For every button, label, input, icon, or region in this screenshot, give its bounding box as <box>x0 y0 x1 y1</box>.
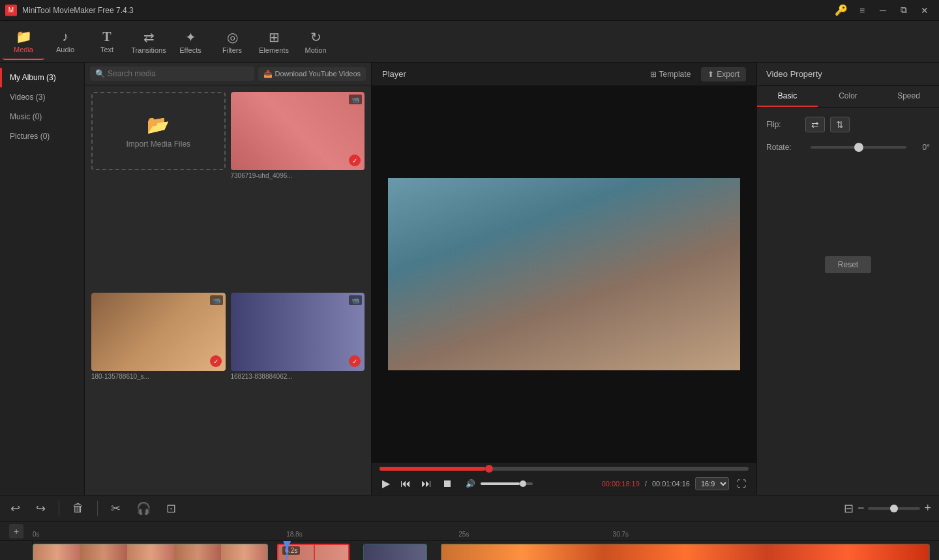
rotate-slider[interactable] <box>811 146 906 149</box>
bottom-toolbar: ↩ ↪ 🗑 ✂ 🎧 ⊡ ⊟ − + <box>0 495 939 521</box>
redo-button[interactable]: ↪ <box>33 499 48 518</box>
clip-thumb-f5 <box>221 544 268 560</box>
export-icon: ⬆ <box>708 70 714 79</box>
media-thumbnail-3 <box>231 293 365 371</box>
play-button[interactable]: ▶ <box>380 476 393 491</box>
toolbar-text[interactable]: T Text <box>86 23 128 60</box>
prev-button[interactable]: ⏮ <box>398 477 413 491</box>
thumb-c1 <box>441 544 523 560</box>
tab-color[interactable]: Color <box>818 86 878 107</box>
undo-button[interactable]: ↩ <box>8 499 23 518</box>
template-label: Template <box>659 70 691 79</box>
hamburger-button[interactable]: ≡ <box>853 4 871 17</box>
volume-fill <box>481 482 520 485</box>
next-button[interactable]: ⏭ <box>419 477 434 491</box>
property-body: Flip: ⇄ ⇅ Rotate: 0° Reset <box>757 108 939 495</box>
crop-button[interactable]: ⊡ <box>164 499 179 518</box>
cut-button[interactable]: ✂ <box>108 499 123 518</box>
total-time: 00:01:04:16 <box>652 480 690 488</box>
fullscreen-button[interactable]: ⛶ <box>734 477 749 490</box>
current-time: 00:00:18:19 <box>602 480 640 488</box>
playhead[interactable] <box>286 541 288 560</box>
toolbar-filters-label: Filters <box>222 46 242 54</box>
clip-thumb-f1 <box>33 544 80 560</box>
sidebar-item-pictures[interactable]: Pictures (0) <box>0 126 84 146</box>
progress-bar[interactable] <box>380 467 749 471</box>
toolbar-motion[interactable]: ↻ Motion <box>295 23 336 60</box>
media-panel: 🔍 📥 Download YouTube Videos 📂 Import Med… <box>85 63 372 495</box>
zoom-split-button[interactable]: ⊟ <box>844 501 854 516</box>
player-header: Player ⊞ Template ⬆ Export <box>372 63 756 86</box>
flip-vertical-button[interactable]: ⇅ <box>830 117 850 132</box>
clip-thumb-f4 <box>174 544 221 560</box>
thumb-c4 <box>685 544 767 560</box>
check-icon-1: ✓ <box>349 155 361 166</box>
timeline-header: + 0s 18.8s 25s 30.7s <box>0 522 939 541</box>
restore-button[interactable]: ⧉ <box>895 4 913 17</box>
media-item-2[interactable]: 📹 ✓ 180-135788610_s... <box>91 293 226 488</box>
video-clip-4[interactable] <box>441 544 931 560</box>
sidebar-item-music[interactable]: Music (0) <box>0 107 84 126</box>
media-thumbnail-1 <box>231 92 365 170</box>
tab-speed[interactable]: Speed <box>878 86 939 107</box>
reset-button[interactable]: Reset <box>825 256 871 273</box>
sidebar: My Album (3) Videos (3) Music (0) Pictur… <box>0 63 85 495</box>
download-icon: 📥 <box>263 70 273 78</box>
toolbar-filters[interactable]: ◎ Filters <box>211 23 253 60</box>
flip-horizontal-button[interactable]: ⇄ <box>805 117 825 132</box>
thumb-c2 <box>522 544 604 560</box>
clip-thumbnails-4 <box>441 544 930 560</box>
sidebar-item-myalbum[interactable]: My Album (3) <box>0 68 84 87</box>
divider-2 <box>97 501 98 516</box>
close-button[interactable]: ✕ <box>916 4 934 17</box>
download-youtube-button[interactable]: 📥 Download YouTube Videos <box>258 67 366 81</box>
toolbar-audio[interactable]: ♪ Audio <box>44 23 86 60</box>
title-bar: M MiniTool MovieMaker Free 7.4.3 🔑 ≡ ─ ⧉… <box>0 0 939 21</box>
folder-icon: 📂 <box>147 114 170 136</box>
import-media-item[interactable]: 📂 Import Media Files <box>91 92 226 170</box>
ruler-mark-18: 18.8s <box>286 531 302 538</box>
zoom-out-button[interactable]: − <box>857 501 865 515</box>
search-input[interactable] <box>108 69 249 78</box>
timeline-labels: 🎬 ♪ <box>0 541 33 560</box>
transitions-icon: ⇄ <box>143 29 155 45</box>
zoom-in-button[interactable]: + <box>924 501 931 515</box>
volume-bar[interactable] <box>481 482 533 485</box>
tab-basic[interactable]: Basic <box>757 86 818 107</box>
video-clip-1[interactable] <box>33 544 268 560</box>
audio-detach-button[interactable]: 🎧 <box>134 499 153 518</box>
template-icon: ⊞ <box>650 70 657 79</box>
license-icon[interactable]: 🔑 <box>835 4 848 16</box>
add-media-button[interactable]: + <box>9 524 23 538</box>
toolbar-elements[interactable]: ⊞ Elements <box>253 23 295 60</box>
template-button[interactable]: ⊞ Template <box>650 70 691 79</box>
time-separator: / <box>645 480 647 488</box>
media-thumb-1: 📹 ✓ <box>231 92 365 170</box>
clip-thumbnails-1 <box>33 544 267 560</box>
toolbar-effects[interactable]: ✦ Effects <box>170 23 211 60</box>
flip-label: Flip: <box>766 120 805 129</box>
export-label: Export <box>717 70 739 79</box>
cam-icon-1: 📹 <box>349 95 362 104</box>
zoom-slider[interactable] <box>868 507 920 510</box>
aspect-ratio-select[interactable]: 16:9 9:16 4:3 1:1 <box>695 477 729 490</box>
media-label-1: 7306719-uhd_4096... <box>231 172 365 179</box>
export-button[interactable]: ⬆ Export <box>701 67 746 81</box>
stop-button[interactable]: ⏹ <box>440 477 455 491</box>
media-grid: 📂 Import Media Files 📹 ✓ 7306719-uhd_409… <box>85 85 371 495</box>
sidebar-item-videos[interactable]: Videos (3) <box>0 87 84 107</box>
media-item-1[interactable]: 📹 ✓ 7306719-uhd_4096... <box>231 92 365 287</box>
flip-row: Flip: ⇄ ⇅ <box>766 117 930 132</box>
download-label: Download YouTube Videos <box>275 70 361 78</box>
delete-button[interactable]: 🗑 <box>70 499 87 518</box>
import-label: Import Media Files <box>126 140 190 149</box>
media-item-3[interactable]: 📹 ✓ 168213-838884062... <box>231 293 365 488</box>
toolbar-transitions[interactable]: ⇄ Transitions <box>128 23 170 60</box>
toolbar-media[interactable]: 📁 Media <box>3 23 44 60</box>
search-box[interactable]: 🔍 <box>90 66 254 81</box>
controls-row: ▶ ⏮ ⏭ ⏹ 🔊 00:00:18:19 / 00:01:04:16 16:9… <box>380 476 749 491</box>
media-thumbnail-2 <box>91 293 226 371</box>
video-clip-3[interactable]: 🔊 <box>363 544 426 560</box>
minimize-button[interactable]: ─ <box>874 4 892 17</box>
cam-icon-3: 📹 <box>349 295 362 305</box>
